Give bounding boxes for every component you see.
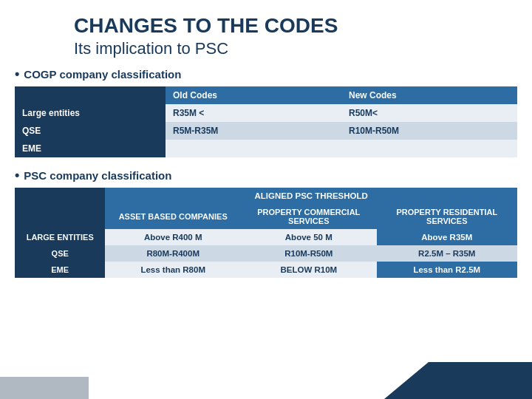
psc-col4-header: PROPERTY RESIDENTIAL SERVICES xyxy=(377,204,517,229)
main-content: • COGP company classification Old Codes … xyxy=(0,66,532,285)
psc-col2-header: ASSET BASED COMPANIES xyxy=(105,204,241,229)
psc-section-title: • PSC company classification xyxy=(15,168,517,183)
psc-table: ALIGNED PSC THRESHOLD ASSET BASED COMPAN… xyxy=(15,188,517,278)
psc-row-label: QSE xyxy=(15,245,105,262)
cogp-col-old: Old Codes xyxy=(166,86,341,104)
cogp-row: QSE R5M-R35M R10M-R50M xyxy=(15,122,517,140)
sub-title: Its implication to PSC xyxy=(74,38,517,60)
cogp-old: R5M-R35M xyxy=(166,122,341,140)
psc-row-col4: R2.5M – R35M xyxy=(377,245,517,262)
deco-bottom-right xyxy=(384,362,532,399)
cogp-old: R35M < xyxy=(166,104,341,122)
cogp-col-empty xyxy=(15,86,166,104)
psc-row-col4: Less than R2.5M xyxy=(377,262,517,278)
cogp-col-new: New Codes xyxy=(341,86,517,104)
cogp-table: Old Codes New Codes Large entities R35M … xyxy=(15,86,517,157)
psc-row-col3: R10M-R50M xyxy=(241,245,377,262)
cogp-new: R50M< xyxy=(341,104,517,122)
psc-row-label: LARGE ENTITIES xyxy=(15,229,105,245)
psc-bullet: • xyxy=(15,168,19,183)
psc-row-col2: Less than R80M xyxy=(105,262,241,278)
psc-row-col3: BELOW R10M xyxy=(241,262,377,278)
cogp-new xyxy=(341,140,517,157)
cogp-old xyxy=(166,140,341,157)
psc-row-col2: Above R400 M xyxy=(105,229,241,245)
psc-row-col3: Above 50 M xyxy=(241,229,377,245)
psc-row-label: EME xyxy=(15,262,105,278)
psc-row: LARGE ENTITIES Above R400 M Above 50 M A… xyxy=(15,229,517,245)
psc-row-col4: Above R35M xyxy=(377,229,517,245)
psc-empty-header xyxy=(15,188,105,204)
psc-row: QSE R80M-R400M R10M-R50M R2.5M – R35M xyxy=(15,245,517,262)
psc-title-text: PSC company classification xyxy=(24,169,171,182)
cogp-label: EME xyxy=(15,140,166,157)
cogp-row: Large entities R35M < R50M< xyxy=(15,104,517,122)
cogp-bullet: • xyxy=(15,66,19,82)
header: CHANGES TO THE CODES Its implication to … xyxy=(0,0,532,66)
cogp-label: Large entities xyxy=(15,104,166,122)
cogp-label: QSE xyxy=(15,122,166,140)
cogp-section-title: • COGP company classification xyxy=(15,66,517,82)
psc-aligned-header: ALIGNED PSC THRESHOLD xyxy=(105,188,517,204)
deco-bottom-left xyxy=(0,377,89,399)
cogp-title-text: COGP company classification xyxy=(24,68,181,81)
cogp-row: EME xyxy=(15,140,517,157)
psc-col3-header: PROPERTY COMMERCIAL SERVICES xyxy=(241,204,377,229)
psc-row: EME Less than R80M BELOW R10M Less than … xyxy=(15,262,517,278)
psc-sub-empty xyxy=(15,204,105,229)
main-title: CHANGES TO THE CODES xyxy=(74,13,517,38)
cogp-new: R10M-R50M xyxy=(341,122,517,140)
psc-row-col2: R80M-R400M xyxy=(105,245,241,262)
